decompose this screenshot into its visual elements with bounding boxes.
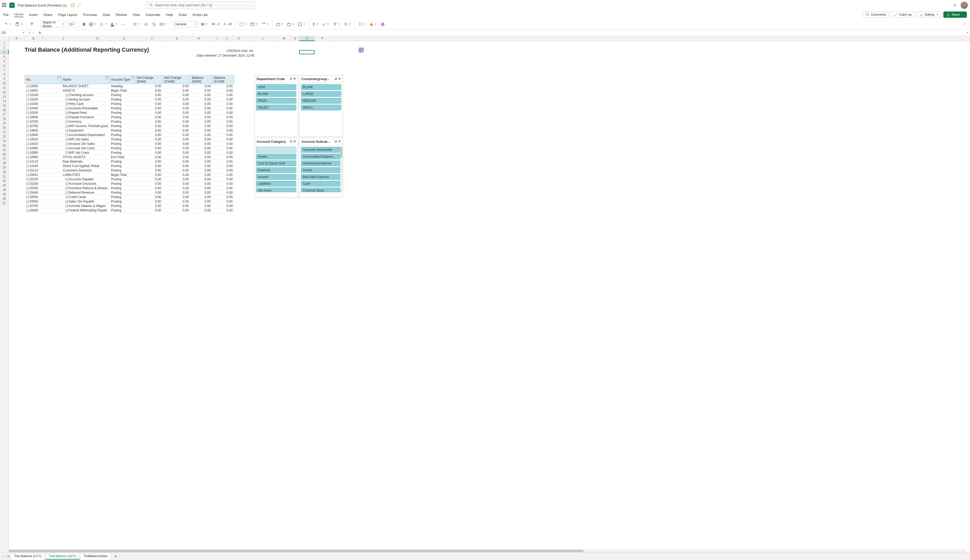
outline-toggle-icon[interactable]: − (65, 130, 68, 132)
table-row[interactable]: −15110 Customers Domestic Posting 0.00 0… (25, 168, 234, 173)
clear-filter-icon[interactable]: ⧩ (338, 140, 341, 143)
row-header-34[interactable]: 34 (0, 188, 8, 192)
row-header-22[interactable]: 22 (0, 134, 8, 139)
row-header-1[interactable]: 1 (0, 41, 8, 46)
outline-toggle-icon[interactable]: − (27, 200, 29, 203)
table-row[interactable]: −10920 −Invoiced Job Sales Posting 0.00 … (25, 142, 234, 146)
fx-icon[interactable]: fx (37, 31, 43, 35)
sync-icon[interactable] (77, 3, 81, 7)
align-left-button[interactable]: ▼ (132, 22, 141, 27)
fill-color-button[interactable]: ▼ (99, 22, 108, 27)
menu-tab-script-lab[interactable]: Script Lab (192, 13, 208, 17)
col-header-H[interactable]: H (188, 36, 210, 41)
row-header-5[interactable]: 5 (0, 59, 8, 63)
increase-decimal-button[interactable]: .0→.00 (222, 22, 233, 26)
ribbon-expand-button[interactable]: ▼ (962, 22, 967, 26)
slicer-account-subcategory[interactable]: Account Subcat...☑⧩ Accounts ReceivableA… (299, 138, 343, 198)
slicer-item[interactable]: Bad Debt Expense (301, 174, 341, 180)
row-header-37[interactable]: 37 (0, 201, 8, 205)
cell-canvas[interactable]: Trial Balance (Additional Reporting Curr… (9, 41, 970, 552)
row-header-10[interactable]: 10 (0, 81, 8, 86)
outline-toggle-icon[interactable]: − (65, 125, 68, 127)
menu-tab-insert[interactable]: Insert (29, 13, 38, 17)
filter-dropdown-icon[interactable]: ▼ (106, 76, 109, 79)
user-avatar[interactable] (961, 2, 968, 9)
outline-toggle-icon[interactable]: − (27, 112, 29, 114)
outline-toggle-icon[interactable]: − (27, 134, 29, 136)
row-header-25[interactable]: 25 (0, 148, 8, 152)
filter-dropdown-icon[interactable]: ▼ (57, 76, 60, 79)
table-header[interactable]: Net Change (Debit) (135, 75, 163, 84)
slicer-item[interactable]: ADM (256, 84, 296, 90)
table-row[interactable]: −20200 −Purchase Discounts Posting 0.00 … (25, 182, 234, 186)
outline-toggle-icon[interactable]: − (27, 107, 29, 110)
slicer-item[interactable]: Assets (301, 167, 341, 173)
indent-button[interactable] (143, 22, 149, 27)
row-header-8[interactable]: 8 (0, 72, 8, 77)
row-header-35[interactable]: 35 (0, 192, 8, 197)
menu-tab-formulas[interactable]: Formulas (83, 13, 97, 17)
row-header-24[interactable]: 24 (0, 143, 8, 148)
row-header-7[interactable]: 7 (0, 68, 8, 72)
menu-tab-automate[interactable]: Automate (146, 13, 160, 17)
row-header-16[interactable]: 16 (0, 108, 8, 112)
outline-toggle-icon[interactable]: − (27, 94, 29, 96)
outline-toggle-icon[interactable]: − (27, 187, 29, 190)
row-header-18[interactable]: 18 (0, 117, 8, 121)
paste-button[interactable]: ▼ (14, 22, 23, 27)
horizontal-scrollbar[interactable] (9, 550, 966, 552)
font-size-select[interactable]: 10▼ (67, 21, 76, 27)
table-row[interactable]: −10910 −WIP Job Sales Posting 0.00 0.00 … (25, 137, 234, 142)
clear-filter-icon[interactable]: ⧩ (293, 140, 296, 143)
outline-toggle-icon[interactable]: − (27, 138, 29, 141)
table-row[interactable]: −14140 Direct Cost Applied, Retail Posti… (25, 164, 234, 168)
autosum-button[interactable]: Σ▼ (312, 22, 319, 27)
table-row[interactable]: −10940 −Accrued Job Costs Posting 0.00 0… (25, 146, 234, 150)
select-all-corner[interactable] (0, 36, 9, 41)
copilot-button[interactable] (379, 22, 386, 27)
slicer-item[interactable]: MEDIUM (301, 98, 341, 103)
table-row[interactable]: −20500 −Credit Cards Posting 0.00 0.00 0… (25, 195, 234, 199)
sensitivity-icon[interactable] (71, 3, 75, 7)
outline-toggle-icon[interactable]: − (27, 165, 29, 167)
outline-toggle-icon[interactable]: − (65, 152, 68, 154)
outline-toggle-icon[interactable]: − (27, 192, 29, 194)
font-color-button[interactable]: A▼ (110, 22, 118, 27)
outline-toggle-icon[interactable]: − (27, 196, 29, 198)
row-header-6[interactable]: 6 (0, 63, 8, 68)
col-header-A[interactable]: A (9, 36, 25, 41)
addins-button[interactable]: ▼ (358, 22, 367, 27)
outline-toggle-icon[interactable]: − (27, 125, 29, 127)
table-row[interactable]: −20800 −Federal Withholding Payabl Posti… (25, 208, 234, 213)
slicer-item[interactable]: SALES (256, 105, 296, 110)
row-header-2[interactable]: 2 (0, 46, 8, 50)
table-row[interactable]: −10700 −Inventory Posting 0.00 0.00 0.00… (25, 120, 234, 124)
number-format-select[interactable]: General▼ (173, 21, 198, 27)
outline-toggle-icon[interactable]: − (27, 147, 29, 150)
format-cells-button[interactable]: ▼ (297, 22, 306, 27)
outline-toggle-icon[interactable]: − (27, 98, 29, 101)
filter-dropdown-icon[interactable]: ▼ (131, 76, 135, 79)
row-header-3[interactable]: 3 (0, 50, 8, 55)
table-row[interactable]: −10950 −WIP Job Costs Posting 0.00 0.00 … (25, 150, 234, 155)
font-name-select[interactable]: Segoe UI (Body)▼ (41, 21, 66, 27)
wrap-text-button[interactable] (151, 22, 157, 27)
outline-toggle-icon[interactable]: − (65, 192, 68, 194)
slicer-item[interactable]: Liabilities (256, 181, 296, 187)
bold-button[interactable]: B (82, 22, 87, 27)
outline-toggle-icon[interactable]: − (27, 85, 29, 87)
table-row[interactable]: −20001 LIABILITIES Begin-Total 0.00 0.00… (25, 173, 234, 177)
menu-tab-view[interactable]: View (133, 13, 140, 17)
multiselect-icon[interactable]: ☑ (335, 77, 337, 81)
outline-toggle-icon[interactable]: − (27, 169, 29, 172)
slicer-item[interactable]: Accounts Receivable (301, 147, 341, 153)
row-header-26[interactable]: 26 (0, 152, 8, 157)
outline-toggle-icon[interactable]: − (27, 143, 29, 145)
col-header-I[interactable]: I (210, 36, 225, 41)
find-button[interactable]: ▼ (343, 22, 352, 27)
table-row[interactable]: −10500 −Prepaid Rent Posting 0.00 0.00 0… (25, 111, 234, 115)
app-launcher-icon[interactable] (2, 3, 7, 8)
table-row[interactable]: −10750 −WIP Account, Finished good Posti… (25, 124, 234, 128)
outline-toggle-icon[interactable]: − (65, 178, 68, 181)
col-header-J[interactable]: J (225, 36, 229, 41)
